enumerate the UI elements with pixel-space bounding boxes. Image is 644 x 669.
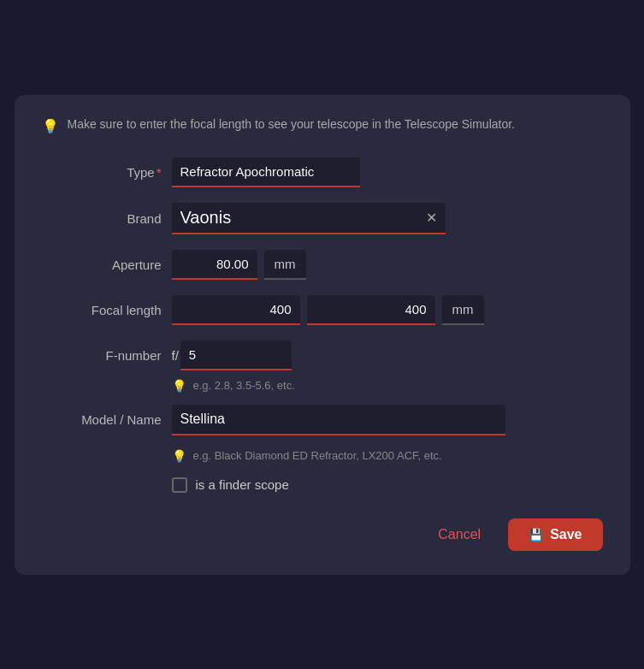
aperture-label: Aperture — [42, 258, 162, 272]
focal-unit: mm — [442, 295, 484, 325]
fnumber-hint-icon: 💡 — [172, 379, 186, 393]
model-label: Model / Name — [42, 412, 162, 427]
finder-scope-checkbox[interactable] — [172, 477, 187, 493]
fnumber-label: F-number — [42, 348, 162, 363]
cancel-button[interactable]: Cancel — [424, 518, 494, 551]
focal-input-2[interactable] — [307, 295, 435, 325]
type-row: Type* — [42, 157, 603, 187]
brand-input[interactable] — [172, 203, 446, 234]
fnumber-wrapper: f/ — [172, 340, 292, 370]
focal-wrapper: mm — [172, 295, 484, 325]
aperture-input[interactable] — [172, 250, 257, 280]
aperture-wrapper: mm — [172, 250, 306, 280]
telescope-form-modal: 💡 Make sure to enter the focal length to… — [15, 95, 630, 575]
finder-scope-label: is a finder scope — [196, 477, 289, 492]
fnumber-input[interactable] — [180, 340, 292, 370]
focal-label: Focal length — [42, 303, 162, 317]
fnumber-hint: 💡 e.g. 2.8, 3.5-5.6, etc. — [172, 379, 603, 393]
fnumber-hint-text: e.g. 2.8, 3.5-5.6, etc. — [193, 379, 295, 392]
focal-row: Focal length mm — [42, 295, 603, 325]
hint-icon: 💡 — [42, 116, 59, 137]
hint-text: Make sure to enter the focal length to s… — [68, 115, 516, 133]
type-label: Type* — [42, 165, 162, 180]
brand-row: Brand ✕ — [42, 203, 603, 234]
hint-bar: 💡 Make sure to enter the focal length to… — [42, 115, 603, 137]
focal-input-1[interactable] — [172, 295, 300, 325]
aperture-unit: mm — [264, 250, 306, 280]
fnumber-prefix: f/ — [172, 348, 179, 363]
model-hint-icon: 💡 — [172, 447, 186, 465]
model-input[interactable] — [172, 405, 505, 435]
brand-wrapper: ✕ — [172, 203, 446, 234]
model-hint-text: e.g. Black Diamond ED Refractor, LX200 A… — [193, 447, 442, 465]
fnumber-row: F-number f/ — [42, 340, 603, 370]
model-row: Model / Name — [42, 405, 603, 435]
finder-scope-row: is a finder scope — [172, 477, 603, 493]
clear-icon[interactable]: ✕ — [426, 211, 437, 225]
save-icon: 💾 — [529, 528, 543, 542]
type-input[interactable] — [172, 157, 360, 187]
save-label: Save — [550, 527, 582, 542]
button-row: Cancel 💾 Save — [42, 518, 603, 551]
model-hint: 💡 e.g. Black Diamond ED Refractor, LX200… — [172, 447, 514, 465]
aperture-row: Aperture mm — [42, 250, 603, 280]
save-button[interactable]: 💾 Save — [508, 518, 602, 551]
brand-label: Brand — [42, 211, 162, 226]
